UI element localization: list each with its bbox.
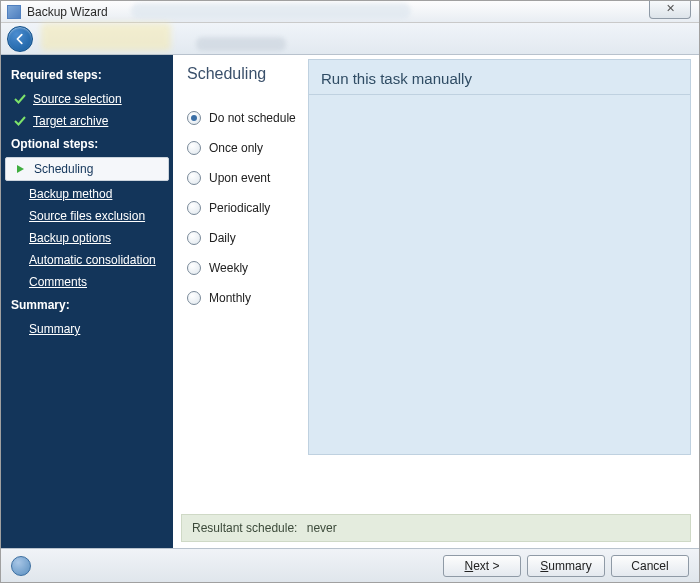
sidebar-header-optional: Optional steps: [1,132,173,157]
nav-strip [1,23,699,55]
sidebar-item-comments[interactable]: Comments [1,271,173,293]
arrow-left-icon [13,32,27,46]
summary-button[interactable]: Summary [527,555,605,577]
radio-label: Do not schedule [209,111,296,125]
option-detail-panel [308,95,691,455]
title-blur [131,3,411,19]
schedule-options: Do not schedule Once only Upon event Per… [173,95,308,455]
sidebar-item-scheduling[interactable]: Scheduling [5,157,169,181]
help-icon[interactable] [11,556,31,576]
sidebar-item-label: Automatic consolidation [29,253,156,267]
radio-icon [187,201,201,215]
sidebar-item-label: Comments [29,275,87,289]
cancel-button[interactable]: Cancel [611,555,689,577]
radio-icon [187,261,201,275]
summary-label: ummary [548,559,591,573]
sidebar-item-summary[interactable]: Summary [1,318,173,340]
sidebar-item-automatic-consolidation[interactable]: Automatic consolidation [1,249,173,271]
sidebar-item-backup-options[interactable]: Backup options [1,227,173,249]
content-header: Scheduling Run this task manually [173,55,699,95]
window-title: Backup Wizard [27,5,108,19]
result-label: Resultant schedule: [192,521,297,535]
radio-daily[interactable]: Daily [187,223,308,253]
sidebar-item-target-archive[interactable]: Target archive [1,110,173,132]
sidebar-item-source-files-exclusion[interactable]: Source files exclusion [1,205,173,227]
sidebar-header-summary: Summary: [1,293,173,318]
sidebar-item-label: Backup options [29,231,111,245]
options-row: Do not schedule Once only Upon event Per… [173,95,699,455]
radio-periodically[interactable]: Periodically [187,193,308,223]
sidebar-item-backup-method[interactable]: Backup method [1,183,173,205]
radio-label: Periodically [209,201,270,215]
radio-label: Weekly [209,261,248,275]
check-icon [13,92,27,106]
radio-weekly[interactable]: Weekly [187,253,308,283]
app-icon [7,5,21,19]
radio-icon [187,141,201,155]
titlebar: Backup Wizard ✕ [1,1,699,23]
radio-label: Monthly [209,291,251,305]
sidebar-header-required: Required steps: [1,63,173,88]
main-area: Required steps: Source selection Target … [1,55,699,548]
radio-label: Upon event [209,171,270,185]
radio-upon-event[interactable]: Upon event [187,163,308,193]
check-icon [13,114,27,128]
radio-once-only[interactable]: Once only [187,133,308,163]
radio-do-not-schedule[interactable]: Do not schedule [187,103,308,133]
radio-monthly[interactable]: Monthly [187,283,308,313]
next-label: ext > [473,559,499,573]
radio-label: Daily [209,231,236,245]
sidebar-item-source-selection[interactable]: Source selection [1,88,173,110]
radio-icon [187,111,201,125]
sidebar: Required steps: Source selection Target … [1,55,173,548]
back-button[interactable] [7,26,33,52]
sidebar-item-label: Source files exclusion [29,209,145,223]
radio-label: Once only [209,141,263,155]
result-value: never [307,521,337,535]
radio-icon [187,171,201,185]
blur-decor [41,23,171,51]
page-title: Scheduling [173,55,308,95]
next-button[interactable]: Next > [443,555,521,577]
sidebar-item-label: Summary [29,322,80,336]
cancel-label: Cancel [631,559,668,573]
footer: Next > Summary Cancel [1,548,699,582]
result-bar: Resultant schedule: never [181,514,691,542]
sidebar-item-label: Scheduling [34,162,93,176]
content-pane: Scheduling Run this task manually Do not… [173,55,699,548]
sidebar-item-label: Backup method [29,187,112,201]
radio-icon [187,291,201,305]
sidebar-item-label: Source selection [33,92,122,106]
radio-icon [187,231,201,245]
arrow-right-icon [14,162,28,176]
blur-decor [196,37,286,51]
sidebar-item-label: Target archive [33,114,108,128]
close-button[interactable]: ✕ [649,1,691,19]
description-panel: Run this task manually [308,59,691,95]
